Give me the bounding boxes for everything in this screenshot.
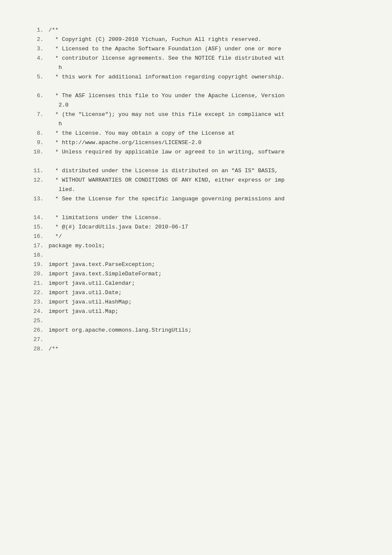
code-line: 6. * The ASF licenses this file to You u… (30, 91, 362, 110)
code-line: 1./** (30, 26, 362, 35)
line-content: /** (49, 26, 362, 35)
code-line: 27. (30, 335, 362, 344)
code-line: 9. * http://www.apache.org/licenses/LICE… (30, 138, 362, 147)
line-content: */ (49, 232, 362, 241)
code-container: 1./**2. * Copyright (C) 2009-2010 Yichua… (0, 0, 392, 555)
line-content: * the License. You may obtain a copy of … (49, 129, 362, 138)
line-number: 26. (30, 326, 43, 335)
code-line: 11. * distributed under the License is d… (30, 166, 362, 176)
line-number: 16. (30, 232, 43, 241)
code-line: 12. * WITHOUT WARRANTIES OR CONDITIONS O… (30, 176, 362, 194)
code-line: 7. * (the "License"); you may not use th… (30, 110, 362, 129)
line-number: 9. (30, 138, 43, 147)
line-content: import java.text.ParseException; (49, 260, 362, 269)
line-number: 12. (30, 176, 43, 185)
line-number: 13. (30, 194, 43, 204)
code-line: 4. * contributor license agreements. See… (30, 54, 362, 72)
line-content: /** (49, 344, 362, 354)
line-content: * Unless required by applicable law or a… (49, 147, 362, 157)
line-content: import java.util.Date; (49, 288, 362, 298)
code-line: 16. */ (30, 232, 362, 241)
code-line: 13. * See the License for the specific l… (30, 194, 362, 204)
code-line: 28./** (30, 344, 362, 354)
line-number: 2. (30, 35, 43, 44)
line-number: 10. (30, 147, 43, 157)
line-number: 21. (30, 279, 43, 288)
line-number: 23. (30, 298, 43, 307)
line-content: * Copyright (C) 2009-2010 Yichuan, Fuchu… (49, 35, 362, 44)
code-line: 20.import java.text.SimpleDateFormat; (30, 269, 362, 279)
line-content: * limitations under the License. (49, 213, 362, 223)
code-line: 10. * Unless required by applicable law … (30, 147, 362, 157)
line-content: * (the "License"); you may not use this … (49, 110, 362, 129)
line-content: * distributed under the License is distr… (49, 166, 362, 176)
line-number: 15. (30, 223, 43, 232)
line-number: 11. (30, 166, 43, 176)
line-content: * @(#) IdcardUtils.java Date: 2010-06-17 (49, 223, 362, 232)
code-line: 24.import java.util.Map; (30, 307, 362, 316)
code-line: 2. * Copyright (C) 2009-2010 Yichuan, Fu… (30, 35, 362, 44)
line-content: package my.tools; (49, 241, 362, 251)
line-number: 27. (30, 335, 43, 344)
line-content: import java.text.SimpleDateFormat; (49, 269, 362, 279)
line-content: import java.util.Calendar; (49, 279, 362, 288)
code-line: 26.import org.apache.commons.lang.String… (30, 326, 362, 335)
line-number: 28. (30, 344, 43, 354)
line-content: * See the License for the specific langu… (49, 194, 362, 204)
line-number: 14. (30, 213, 43, 223)
line-content: import org.apache.commons.lang.StringUti… (49, 326, 362, 335)
line-number: 7. (30, 110, 43, 119)
line-number: 3. (30, 44, 43, 54)
code-line: 19.import java.text.ParseException; (30, 260, 362, 269)
code-line (30, 82, 362, 91)
code-line (30, 157, 362, 166)
code-line: 8. * the License. You may obtain a copy … (30, 129, 362, 138)
code-block: 1./**2. * Copyright (C) 2009-2010 Yichua… (30, 26, 362, 354)
code-line: 21.import java.util.Calendar; (30, 279, 362, 288)
line-number: 20. (30, 269, 43, 279)
line-number: 17. (30, 241, 43, 251)
code-line: 18. (30, 251, 362, 260)
line-content: * http://www.apache.org/licenses/LICENSE… (49, 138, 362, 147)
code-line: 23.import java.util.HashMap; (30, 298, 362, 307)
line-number: 1. (30, 26, 43, 35)
line-number: 4. (30, 54, 43, 63)
line-number: 25. (30, 316, 43, 326)
line-number: 24. (30, 307, 43, 316)
line-number: 19. (30, 260, 43, 269)
code-line: 3. * Licensed to the Apache Software Fou… (30, 44, 362, 54)
code-line: 25. (30, 316, 362, 326)
line-number: 18. (30, 251, 43, 260)
code-line (30, 204, 362, 213)
line-number: 6. (30, 91, 43, 101)
line-number: 8. (30, 129, 43, 138)
line-content: import java.util.Map; (49, 307, 362, 316)
line-number: 22. (30, 288, 43, 298)
line-content: * The ASF licenses this file to You unde… (49, 91, 362, 110)
line-content: * WITHOUT WARRANTIES OR CONDITIONS OF AN… (49, 176, 362, 194)
code-line: 17.package my.tools; (30, 241, 362, 251)
code-line: 14. * limitations under the License. (30, 213, 362, 223)
line-content: * Licensed to the Apache Software Founda… (49, 44, 362, 54)
code-line: 15. * @(#) IdcardUtils.java Date: 2010-0… (30, 223, 362, 232)
code-line: 22.import java.util.Date; (30, 288, 362, 298)
line-content: * this work for additional information r… (49, 72, 362, 82)
line-content: * contributor license agreements. See th… (49, 54, 362, 72)
code-line: 5. * this work for additional informatio… (30, 72, 362, 82)
line-content: import java.util.HashMap; (49, 298, 362, 307)
line-number: 5. (30, 72, 43, 82)
